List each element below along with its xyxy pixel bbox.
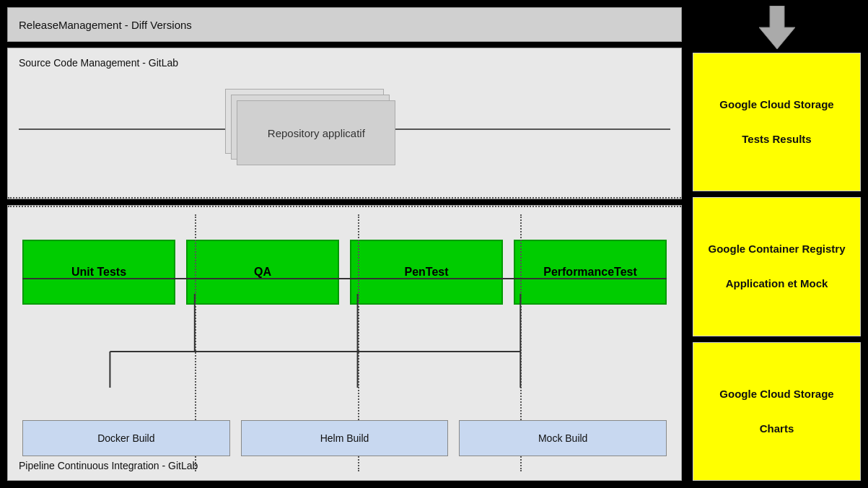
build-box-docker: Docker Build xyxy=(22,420,230,456)
right-panel: Google Cloud Storage Tests Results Googl… xyxy=(689,0,868,488)
gcs-tests-label: Google Cloud Storage Tests Results xyxy=(719,96,833,148)
pci-box: Unit Tests QA PenTest PerformanceTest xyxy=(7,205,682,481)
pci-dotted-top xyxy=(8,206,681,207)
left-panel: ReleaseManagement - Diff Versions Source… xyxy=(0,0,689,488)
gcs-charts-box: Google Cloud Storage Charts xyxy=(693,342,861,481)
gcs-tests-box: Google Cloud Storage Tests Results xyxy=(693,53,861,191)
arrow-container xyxy=(693,7,861,47)
repo-label: Repository applicatif xyxy=(268,127,365,139)
scm-title: Source Code Management - GitLab xyxy=(19,57,670,69)
gcr-app-box: Google Container Registry Application et… xyxy=(693,197,861,336)
repo-card-front: Repository applicatif xyxy=(237,100,395,165)
gcr-app-label: Google Container Registry Application et… xyxy=(708,240,845,292)
scm-box: Source Code Management - GitLab Reposito… xyxy=(7,48,682,199)
gcs-charts-label: Google Cloud Storage Charts xyxy=(719,385,833,437)
build-row: Docker Build Helm Build Mock Build xyxy=(19,420,670,456)
pci-title: Pipeline Continuous Integration - GitLab xyxy=(19,460,198,471)
scm-inner: Repository applicatif xyxy=(19,74,670,183)
connectors-svg xyxy=(19,294,670,424)
release-title: ReleaseManagement - Diff Versions xyxy=(19,19,192,31)
repo-stack: Repository applicatif xyxy=(225,89,398,168)
svg-marker-7 xyxy=(759,6,795,49)
pipeline-hline xyxy=(22,278,667,279)
scm-dotted-bottom xyxy=(8,197,681,199)
release-bar: ReleaseManagement - Diff Versions xyxy=(7,7,682,42)
arrow-down-svg xyxy=(759,6,795,49)
build-box-mock: Mock Build xyxy=(459,420,667,456)
pipeline-content: Unit Tests QA PenTest PerformanceTest xyxy=(19,214,670,471)
main-container: ReleaseManagement - Diff Versions Source… xyxy=(0,0,868,488)
build-box-helm: Helm Build xyxy=(241,420,449,456)
